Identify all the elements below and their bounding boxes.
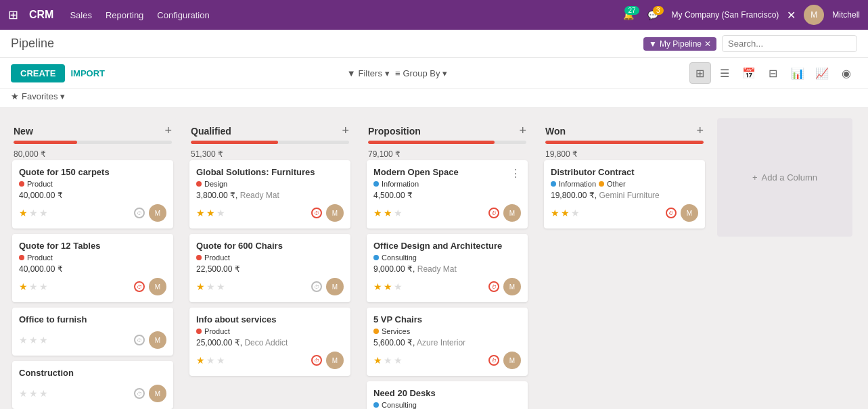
star-empty[interactable]: ★ bbox=[39, 388, 48, 399]
filter-tag-close[interactable]: ✕ bbox=[704, 39, 711, 49]
kanban-card[interactable]: Info about services Product 25,000.00 ₹,… bbox=[189, 308, 350, 376]
card-footer: ★★★ ⏱ M bbox=[196, 204, 344, 222]
import-button[interactable]: IMPORT bbox=[70, 68, 105, 78]
notifications-button[interactable]: 🔔 27 bbox=[623, 10, 634, 20]
company-selector[interactable]: My Company (San Francisco) bbox=[672, 10, 779, 20]
list-view-button[interactable]: ☰ bbox=[714, 62, 735, 84]
star-filled[interactable]: ★ bbox=[384, 281, 392, 292]
star-filled[interactable]: ★ bbox=[206, 208, 215, 218]
column-add-button[interactable]: + bbox=[696, 124, 704, 138]
card-footer: ★★★ ⏱ M bbox=[19, 204, 166, 222]
star-empty[interactable]: ★ bbox=[19, 335, 28, 345]
calendar-view-button[interactable]: 📅 bbox=[738, 62, 760, 84]
kanban-card[interactable]: Quote for 600 Chairs Product 22,500.00 ₹… bbox=[189, 234, 350, 302]
menu-configuration[interactable]: Configuration bbox=[157, 10, 209, 20]
chart-view-button[interactable]: 📊 bbox=[787, 62, 808, 84]
my-pipeline-filter-tag[interactable]: ▼ My Pipeline ✕ bbox=[643, 37, 716, 51]
close-button[interactable]: ✕ bbox=[787, 9, 796, 22]
add-column-button[interactable]: +Add a Column bbox=[717, 118, 852, 237]
card-stars: ★★★ bbox=[196, 355, 225, 366]
filters-button[interactable]: ▼ Filters ▾ bbox=[347, 68, 390, 78]
star-empty[interactable]: ★ bbox=[216, 355, 225, 366]
star-filled[interactable]: ★ bbox=[373, 281, 382, 292]
star-empty[interactable]: ★ bbox=[216, 281, 225, 292]
star-empty[interactable]: ★ bbox=[206, 355, 215, 366]
star-filled[interactable]: ★ bbox=[561, 208, 570, 218]
card-tag: Product bbox=[196, 327, 230, 335]
star-filled[interactable]: ★ bbox=[551, 208, 559, 218]
star-empty[interactable]: ★ bbox=[29, 208, 38, 218]
star-empty[interactable]: ★ bbox=[19, 388, 28, 399]
chat-button[interactable]: 💬 3 bbox=[647, 10, 658, 20]
column-add-button[interactable]: + bbox=[164, 124, 172, 138]
card-right: ⏱ M bbox=[311, 204, 344, 222]
star-filled[interactable]: ★ bbox=[19, 208, 28, 218]
card-title: Global Solutions: Furnitures bbox=[196, 167, 315, 177]
star-filled[interactable]: ★ bbox=[373, 355, 382, 366]
search-input[interactable] bbox=[722, 35, 857, 52]
star-empty[interactable]: ★ bbox=[39, 281, 48, 292]
kanban-card[interactable]: Construction ★★★ ⏱ M bbox=[12, 361, 173, 409]
kebab-menu[interactable]: ⋮ bbox=[510, 167, 521, 180]
star-filled[interactable]: ★ bbox=[19, 281, 28, 292]
card-footer: ★★★ ⏱ M bbox=[196, 278, 344, 295]
star-empty[interactable]: ★ bbox=[394, 355, 403, 366]
create-button[interactable]: CREATE bbox=[11, 64, 65, 82]
pivot-view-button[interactable]: ◉ bbox=[836, 62, 857, 84]
card-right: ⏱ M bbox=[488, 278, 521, 295]
card-tags: Design bbox=[196, 180, 344, 191]
grid-menu-icon[interactable]: ⊞ bbox=[8, 7, 18, 22]
card-tags: Services bbox=[373, 327, 521, 338]
star-empty[interactable]: ★ bbox=[39, 335, 48, 345]
star-filled[interactable]: ★ bbox=[384, 208, 392, 218]
kanban-card[interactable]: Quote for 12 Tables Product 40,000.00 ₹ … bbox=[12, 234, 173, 302]
graph-view-button[interactable]: 📈 bbox=[811, 62, 833, 84]
menu-sales[interactable]: Sales bbox=[70, 10, 92, 20]
toolbar-left: CREATE IMPORT bbox=[11, 64, 105, 82]
star-empty[interactable]: ★ bbox=[384, 355, 392, 366]
card-tags: Information Other bbox=[551, 180, 698, 191]
card-stars: ★★★ bbox=[373, 355, 403, 366]
star-empty[interactable]: ★ bbox=[394, 208, 403, 218]
user-avatar[interactable]: M bbox=[804, 5, 824, 25]
kanban-card[interactable]: Global Solutions: Furnitures Design 3,80… bbox=[189, 160, 350, 228]
star-empty[interactable]: ★ bbox=[29, 281, 38, 292]
star-filled[interactable]: ★ bbox=[196, 208, 205, 218]
tag-dot bbox=[551, 181, 556, 187]
favorites-button[interactable]: ★ Favorites ▾ bbox=[11, 91, 65, 101]
card-right: ⏱ M bbox=[134, 385, 166, 402]
star-empty[interactable]: ★ bbox=[206, 281, 215, 292]
star-empty[interactable]: ★ bbox=[29, 335, 38, 345]
top-right-controls: 🔔 27 💬 3 My Company (San Francisco) ✕ M … bbox=[623, 5, 860, 25]
groupby-label: Group By bbox=[403, 68, 440, 78]
star-filled[interactable]: ★ bbox=[196, 281, 205, 292]
kanban-card[interactable]: Distributor Contract Information Other 1… bbox=[544, 160, 705, 228]
kanban-card[interactable]: Modern Open Space ⋮ Information 4,500.00… bbox=[367, 160, 528, 228]
star-empty[interactable]: ★ bbox=[39, 208, 48, 218]
kanban-card[interactable]: Office Design and Architecture Consultin… bbox=[367, 234, 528, 302]
star-empty[interactable]: ★ bbox=[29, 388, 38, 399]
kanban-card[interactable]: Need 20 Desks Consulting 60,000.00 ₹ ★★★… bbox=[367, 381, 528, 409]
card-tag: Information bbox=[373, 180, 419, 188]
column-header: Proposition + bbox=[363, 118, 532, 141]
star-empty[interactable]: ★ bbox=[216, 208, 225, 218]
table-view-button[interactable]: ⊟ bbox=[762, 62, 784, 84]
kanban-card[interactable]: Quote for 150 carpets Product 40,000.00 … bbox=[12, 160, 173, 228]
card-stars: ★★★ bbox=[373, 281, 403, 292]
menu-reporting[interactable]: Reporting bbox=[106, 10, 143, 20]
star-empty[interactable]: ★ bbox=[394, 281, 403, 292]
star-filled[interactable]: ★ bbox=[196, 355, 205, 366]
kanban-view-button[interactable]: ⊞ bbox=[689, 62, 711, 84]
card-tags: Consulting bbox=[373, 254, 521, 264]
column-amount: 19,800 ₹ bbox=[545, 149, 578, 159]
toolbar-filters: ▼ Filters ▾ ≡ Group By ▾ bbox=[347, 68, 448, 78]
card-stars: ★★★ bbox=[551, 208, 580, 218]
column-add-button[interactable]: + bbox=[342, 124, 349, 138]
clock-icon: ⏱ bbox=[488, 355, 499, 366]
star-filled[interactable]: ★ bbox=[373, 208, 382, 218]
column-add-button[interactable]: + bbox=[519, 124, 526, 138]
kanban-card[interactable]: Office to furnish ★★★ ⏱ M bbox=[12, 308, 173, 356]
star-empty[interactable]: ★ bbox=[571, 208, 580, 218]
kanban-card[interactable]: 5 VP Chairs Services 5,600.00 ₹, Azure I… bbox=[367, 308, 528, 376]
groupby-button[interactable]: ≡ Group By ▾ bbox=[395, 68, 448, 78]
